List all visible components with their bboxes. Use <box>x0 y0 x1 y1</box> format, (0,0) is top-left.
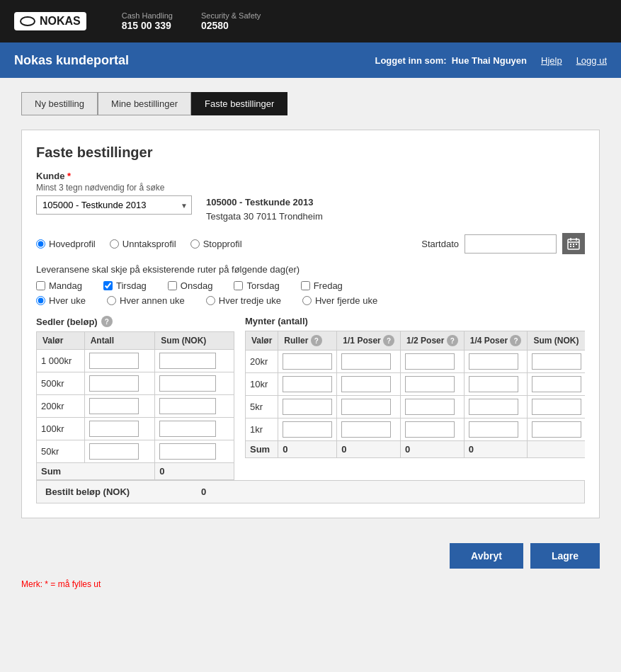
freq-hverfjerde-label[interactable]: Hver fjerde uke <box>302 295 377 306</box>
customer-hint: Minst 3 tegn nødvendig for å søke <box>36 183 585 193</box>
tab-buttons: Ny bestilling Mine bestillinger Faste be… <box>21 92 600 115</box>
day-onsdag-label[interactable]: Onsdag <box>168 280 213 291</box>
coins-sum-input-3[interactable] <box>532 421 581 438</box>
coins-pos11-input-0[interactable] <box>341 353 391 370</box>
ruller-help-icon[interactable]: ? <box>311 335 322 346</box>
coins-pos11-input-2[interactable] <box>341 399 391 415</box>
coins-pos14-input-2[interactable] <box>469 399 518 415</box>
coins-pos14-input-1[interactable] <box>469 376 518 392</box>
coins-ruller-input-2[interactable] <box>283 399 332 415</box>
coins-ruller-input-0[interactable] <box>283 353 332 370</box>
bills-antall-input-4[interactable] <box>89 443 139 460</box>
profile-row: Hovedprofil Unntaksprofil Stopprofil Sta… <box>36 233 585 254</box>
freq-hverannen-label[interactable]: Hver annen uke <box>107 295 185 306</box>
cash-handling-service: Cash Handling 815 00 339 <box>122 11 173 31</box>
bills-row-4: 50kr <box>37 440 234 463</box>
profile-unntak-label[interactable]: Unntaksprofil <box>110 239 176 249</box>
help-link[interactable]: Hjelp <box>541 55 562 66</box>
coins-pos12-input-0[interactable] <box>405 353 455 370</box>
service2-value: 02580 <box>201 20 261 31</box>
freq-hvertredje-radio[interactable] <box>206 296 215 305</box>
coins-ruller-input-1[interactable] <box>283 376 332 392</box>
save-button[interactable]: Lagre <box>530 543 600 569</box>
day-tirsdag-check[interactable] <box>103 281 113 290</box>
profile-unntak-radio[interactable] <box>110 239 119 249</box>
coins-pos12-input-3[interactable] <box>405 421 455 438</box>
svg-rect-7 <box>570 246 571 247</box>
day-fredag-check[interactable] <box>301 281 310 290</box>
table-section: Sedler (beløp) ? Valør Antall Sum (NOK) <box>36 316 585 503</box>
logout-link[interactable]: Logg ut <box>576 55 607 66</box>
pos14-help-icon[interactable]: ? <box>510 335 521 346</box>
bills-row-2: 200kr <box>37 395 234 418</box>
profile-stopp-label[interactable]: Stopprofil <box>190 239 242 249</box>
coins-ruller-3 <box>278 418 337 441</box>
coins-valor-3: 1kr <box>246 418 278 441</box>
bills-help-icon[interactable]: ? <box>101 316 113 327</box>
day-fredag-label[interactable]: Fredag <box>301 280 343 291</box>
day-mandag-text: Mandag <box>49 280 82 291</box>
freq-hverfjerde-radio[interactable] <box>302 296 312 305</box>
svg-rect-4 <box>570 244 571 245</box>
bills-sum-input-3[interactable] <box>159 421 216 437</box>
day-onsdag-check[interactable] <box>168 281 177 290</box>
pos11-help-icon[interactable]: ? <box>383 335 394 346</box>
tab-ny-bestilling[interactable]: Ny bestilling <box>21 92 98 115</box>
freq-hveruke-label[interactable]: Hver uke <box>36 295 86 306</box>
bills-antall-input-1[interactable] <box>89 375 139 392</box>
delivery-label: Leveransene skal skje på eksisterende ru… <box>36 264 585 275</box>
day-mandag-label[interactable]: Mandag <box>36 280 82 291</box>
coins-sum-3 <box>528 418 585 441</box>
bills-antall-2 <box>84 395 155 418</box>
bills-sum-input-1[interactable] <box>159 375 216 392</box>
day-tirsdag-text: Tirsdag <box>116 280 147 291</box>
freq-hveruke-radio[interactable] <box>36 296 45 305</box>
coins-pos14-input-3[interactable] <box>469 421 518 438</box>
customer-select[interactable]: 105000 - Testkunde 2013 <box>36 195 192 215</box>
day-torsdag-check[interactable] <box>234 281 243 290</box>
bills-antall-1 <box>84 372 155 395</box>
calendar-button[interactable] <box>562 233 585 254</box>
coins-pos14-input-0[interactable] <box>469 353 518 370</box>
tab-faste-bestillinger[interactable]: Faste bestillinger <box>191 92 287 115</box>
coins-sum-input-2[interactable] <box>532 399 581 415</box>
coins-ruller-2 <box>278 396 337 418</box>
coins-pos11-input-1[interactable] <box>341 376 391 392</box>
coins-sum-input-1[interactable] <box>532 376 581 392</box>
bills-valor-4: 50kr <box>37 440 85 463</box>
bills-sum-input-4[interactable] <box>159 443 216 460</box>
coins-pos11-input-3[interactable] <box>341 421 391 438</box>
coins-col-valor: Valør <box>246 331 278 351</box>
bills-sum-input-2[interactable] <box>159 398 216 414</box>
coins-pos12-input-2[interactable] <box>405 399 455 415</box>
profile-unntak-text: Unntaksprofil <box>123 239 176 249</box>
coins-ruller-input-3[interactable] <box>283 421 332 438</box>
day-tirsdag-label[interactable]: Tirsdag <box>103 280 147 291</box>
profile-stopp-text: Stopprofil <box>203 239 242 249</box>
bills-sum-input-0[interactable] <box>159 353 216 369</box>
coins-sum-2 <box>528 396 585 418</box>
freq-hverfjerde-text: Hver fjerde uke <box>315 295 377 306</box>
bills-antall-input-2[interactable] <box>89 398 139 414</box>
cancel-button[interactable]: Avbryt <box>450 543 523 569</box>
freq-hvertredje-label[interactable]: Hver tredje uke <box>206 295 281 306</box>
coins-sum-input-0[interactable] <box>532 353 581 370</box>
tab-mine-bestillinger[interactable]: Mine bestillinger <box>98 92 191 115</box>
startdate-input[interactable] <box>465 234 557 254</box>
startdate-label: Startdato <box>421 239 459 249</box>
day-mandag-check[interactable] <box>36 281 45 290</box>
coins-pos11-3 <box>337 418 401 441</box>
coins-header: Mynter (antall) <box>245 316 585 326</box>
bills-antall-input-3[interactable] <box>89 421 139 437</box>
profile-hoved-radio[interactable] <box>36 239 45 249</box>
customer-select-wrapper: 105000 - Testkunde 2013 ▼ <box>36 195 192 215</box>
total-row: Bestilt beløp (NOK) 0 <box>36 480 585 503</box>
day-torsdag-label[interactable]: Torsdag <box>234 280 279 291</box>
freq-hverannen-radio[interactable] <box>107 296 116 305</box>
customer-select-row: 105000 - Testkunde 2013 ▼ 105000 - Testk… <box>36 195 585 223</box>
profile-stopp-radio[interactable] <box>190 239 200 249</box>
profile-hoved-label[interactable]: Hovedprofil <box>36 239 96 249</box>
coins-pos12-input-1[interactable] <box>405 376 455 392</box>
bills-antall-input-0[interactable] <box>89 353 139 369</box>
pos12-help-icon[interactable]: ? <box>447 335 458 346</box>
